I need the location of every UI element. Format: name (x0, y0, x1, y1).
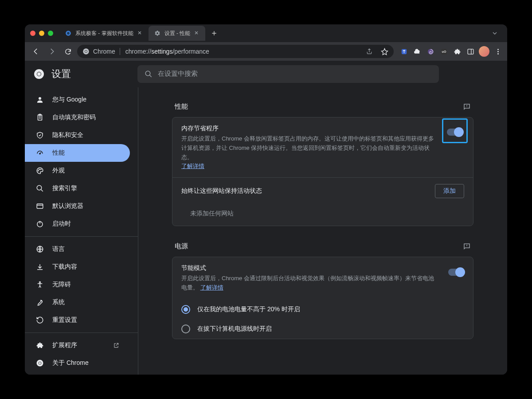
svg-point-12 (497, 53, 499, 55)
sidebar-item-about-chrome[interactable]: 关于 Chrome (25, 354, 130, 372)
extension-ublock-icon[interactable]: uO (439, 47, 449, 56)
extension-cloud-icon[interactable] (412, 47, 422, 56)
reload-button[interactable] (61, 45, 74, 58)
side-panel-icon[interactable] (466, 47, 475, 56)
chrome-logo-icon (82, 48, 90, 55)
wrench-icon (35, 298, 44, 307)
learn-more-link[interactable]: 了解详情 (200, 284, 223, 291)
tab-0[interactable]: 系统极客 - 掌握软件技能 (59, 26, 149, 41)
energy-saver-toggle[interactable] (448, 269, 464, 276)
extension-icons: uO (399, 46, 503, 57)
sidebar-item-languages[interactable]: 语言 (25, 240, 130, 258)
search-placeholder: 在设置中搜索 (158, 70, 198, 78)
download-icon (35, 262, 44, 271)
shield-icon (35, 131, 44, 140)
tab-title: 设置 - 性能 (164, 30, 191, 37)
bookmark-star-icon[interactable] (381, 48, 388, 55)
sidebar-item-privacy[interactable]: 隐私和安全 (25, 126, 130, 144)
memory-saver-title: 内存节省程序 (181, 125, 437, 133)
settings-search-input[interactable]: 在设置中搜索 (137, 65, 439, 83)
url-text: chrome://settings/performance (125, 48, 209, 55)
sidebar-separator (25, 332, 138, 333)
titlebar: 系统极客 - 掌握软件技能 设置 - 性能 (25, 24, 507, 42)
feedback-icon[interactable] (463, 103, 471, 111)
tab-strip: 系统极客 - 掌握软件技能 设置 - 性能 (59, 24, 488, 42)
extension-swirl-icon[interactable] (426, 47, 435, 56)
svg-point-4 (85, 51, 87, 53)
window-controls (30, 31, 53, 36)
radio-icon (181, 305, 190, 314)
chrome-logo-icon (34, 69, 44, 79)
memory-saver-description: 开启此设置后，Chrome 会释放闲置标签页占用的内存。这可让使用中的标签页和其… (181, 134, 437, 162)
new-tab-button[interactable] (208, 27, 220, 39)
search-icon (35, 184, 44, 193)
svg-text:uO: uO (442, 50, 446, 54)
feedback-icon[interactable] (463, 243, 471, 250)
extension-shield-icon[interactable] (399, 47, 409, 56)
sidebar-item-on-startup[interactable]: 启动时 (25, 215, 130, 233)
sidebar-item-reset[interactable]: 重置设置 (25, 311, 130, 329)
browser-window: 系统极客 - 掌握软件技能 设置 - 性能 (25, 24, 507, 375)
radio-battery-20[interactable]: 仅在我的电池电量不高于 20% 时开启 (172, 300, 473, 319)
clipboard-icon (35, 113, 44, 122)
sidebar-item-downloads[interactable]: 下载内容 (25, 258, 130, 276)
close-window-button[interactable] (30, 31, 35, 36)
sidebar-item-default-browser[interactable]: 默认浏览器 (25, 197, 130, 215)
expand-chevron-icon[interactable] (488, 28, 502, 39)
close-tab-icon[interactable] (137, 30, 143, 36)
extensions-puzzle-icon[interactable] (452, 47, 462, 56)
profile-avatar[interactable] (479, 46, 489, 57)
svg-point-24 (37, 185, 42, 190)
sidebar-separator (25, 236, 138, 237)
svg-point-11 (497, 51, 499, 52)
section-power-header: 电源 (172, 238, 473, 257)
sidebar-item-autofill[interactable]: 自动填充和密码 (25, 109, 130, 126)
section-performance-header: 性能 (172, 98, 473, 117)
learn-more-link[interactable]: 了解详情 (181, 163, 204, 169)
back-button[interactable] (29, 45, 43, 58)
memory-saver-toggle[interactable] (447, 129, 463, 136)
sidebar-item-system[interactable]: 系统 (25, 293, 130, 311)
performance-card: 内存节省程序 开启此设置后，Chrome 会释放闲置标签页占用的内存。这可让使用… (172, 117, 473, 226)
sidebar-item-accessibility[interactable]: 无障碍 (25, 276, 130, 293)
always-active-title: 始终让这些网站保持活动状态 (181, 187, 262, 195)
settings-favicon-icon (154, 30, 161, 37)
svg-point-23 (41, 169, 42, 170)
sidebar-item-search-engine[interactable]: 搜索引擎 (25, 180, 130, 197)
svg-point-1 (67, 32, 70, 35)
sidebar-item-appearance[interactable]: 外观 (25, 162, 130, 180)
highlighted-toggle-frame (442, 118, 468, 143)
page-content: 设置 在设置中搜索 您与 Google 自动填充和密码 隐私和安全 性能 外观 … (25, 61, 507, 375)
svg-point-16 (145, 71, 150, 76)
browser-menu-icon[interactable] (493, 47, 503, 56)
sidebar-item-performance[interactable]: 性能 (25, 144, 130, 162)
always-active-empty-state: 未添加任何网站 (172, 204, 473, 226)
tab-title: 系统极客 - 掌握软件技能 (75, 30, 133, 37)
power-icon (35, 219, 44, 228)
search-icon (145, 70, 153, 78)
energy-saver-description: 开启此设置后，Chrome 会通过限制后台活动和视觉效果（例如流畅滚动和视频帧速… (181, 274, 439, 293)
radio-unplugged[interactable]: 在拔下计算机电源线时开启 (172, 319, 473, 339)
power-card: 节能模式 开启此设置后，Chrome 会通过限制后台活动和视觉效果（例如流畅滚动… (172, 257, 473, 339)
forward-button[interactable] (45, 45, 59, 58)
energy-saver-row: 节能模式 开启此设置后，Chrome 会通过限制后台活动和视觉效果（例如流畅滚动… (172, 257, 473, 300)
always-active-row: 始终让这些网站保持活动状态 添加 (172, 178, 473, 204)
speedometer-icon (35, 149, 44, 157)
chrome-logo-icon (35, 359, 44, 368)
svg-point-22 (39, 169, 40, 170)
share-icon[interactable] (366, 48, 373, 55)
tab-1-active[interactable]: 设置 - 性能 (149, 26, 206, 41)
maximize-window-button[interactable] (48, 31, 53, 36)
sidebar-item-extensions[interactable]: 扩展程序 (25, 336, 130, 354)
sidebar-item-you-and-google[interactable]: 您与 Google (25, 91, 130, 109)
address-bar[interactable]: Chrome chrome://settings/performance (77, 45, 394, 58)
url-chip: Chrome (93, 48, 120, 55)
palette-icon (35, 166, 44, 175)
svg-point-17 (39, 97, 41, 100)
add-site-button[interactable]: 添加 (435, 184, 464, 198)
minimize-window-button[interactable] (39, 31, 44, 36)
svg-point-21 (38, 170, 39, 171)
favicon-icon (65, 30, 72, 37)
close-tab-icon[interactable] (194, 30, 200, 36)
settings-main: 性能 内存节省程序 开启此设置后，Chrome 会释放闲置标签页占用的内存。这可… (138, 87, 507, 375)
